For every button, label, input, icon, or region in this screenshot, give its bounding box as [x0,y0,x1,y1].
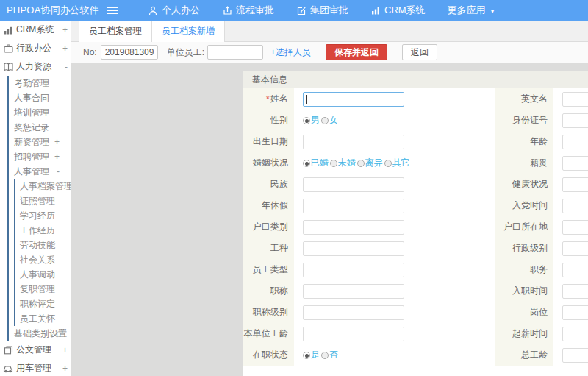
sidebar-item-22[interactable]: 用车管理+ [0,359,71,376]
tab-employee-archive-new[interactable]: 员工档案新增 [152,21,225,42]
radio-unchecked-icon[interactable] [357,160,365,167]
select-person-link[interactable]: +选择人员 [270,46,311,59]
岗位-input[interactable] [562,305,588,320]
radio-unchecked-icon[interactable] [330,160,337,167]
expand-icon[interactable]: + [54,137,60,147]
总工龄-input[interactable] [562,348,588,363]
sidebar-item-0[interactable]: CRM系统+ [0,21,71,39]
sidebar-item-10[interactable]: 人事档案管理 [0,179,71,194]
身份证号-input[interactable] [562,113,588,128]
sidebar-item-16[interactable]: 人事调动 [0,267,71,282]
field-label: 身份证号 [495,110,553,131]
英文名-input[interactable] [562,92,588,107]
expand-icon[interactable]: + [62,345,68,355]
field-label: 起薪时间 [495,323,553,344]
expand-icon[interactable]: + [54,328,60,338]
expand-icon[interactable]: + [62,25,68,35]
radio-option[interactable]: 否 [321,349,338,361]
no-input[interactable] [101,45,158,60]
sidebar-item-14[interactable]: 劳动技能 [0,238,71,252]
籍贯-input[interactable] [562,156,588,171]
户口类别-input[interactable] [303,220,404,235]
collapse-icon[interactable]: - [65,62,68,72]
姓名-input[interactable] [303,92,404,107]
年龄-input[interactable] [562,135,588,149]
nav-item-flow-approval[interactable]: 流程审批 [211,0,285,21]
field-label-text: 户口类别 [253,221,288,233]
民族-input[interactable] [303,177,404,192]
入党时间-input[interactable] [562,199,588,213]
collapse-icon[interactable]: - [57,166,60,177]
form-row: 年休假入党时间 [243,195,588,216]
入职时间-input[interactable] [562,284,588,299]
sidebar-item-17[interactable]: 复职管理 [0,282,71,297]
sidebar-item-9[interactable]: 人事管理- [0,164,71,179]
radio-option-label: 是 [311,349,320,361]
户口所在地-input[interactable] [562,220,588,235]
back-button[interactable]: 返回 [402,44,437,60]
员工类型-input[interactable] [303,263,404,277]
radio-unchecked-icon[interactable] [321,352,329,359]
健康状况-input[interactable] [562,177,588,192]
radio-unchecked-icon[interactable] [321,117,329,124]
sidebar-item-3[interactable]: 考勤管理 [0,76,71,91]
radio-option[interactable]: 已婚 [303,157,329,169]
sidebar-item-2[interactable]: 人力资源- [0,57,71,76]
form-row: 职称级别岗位 [243,302,588,323]
field-label: 职称 [243,280,294,302]
field-label: 健康状况 [495,174,553,195]
expand-icon[interactable]: + [62,43,68,54]
field-label-text: 员工类型 [253,263,288,276]
field-label-text: 健康状况 [512,178,548,191]
field-label: 在职状态 [243,344,294,366]
radio-option[interactable]: 女 [321,114,338,127]
sidebar-item-7[interactable]: 薪资管理+ [0,135,71,149]
年休假-input[interactable] [303,199,404,213]
sidebar-item-label: 人力资源 [16,60,51,73]
sidebar-item-19[interactable]: 员工关怀 [0,311,71,326]
form-panel: 基本信息 *姓名英文名性别男女身份证号出生日期年龄婚姻状况已婚未婚离异其它籍贯民… [243,71,588,376]
nav-item-more-apps[interactable]: 更多应用 ▾ [437,0,506,21]
radio-checked-icon[interactable] [303,117,310,124]
radio-option[interactable]: 离异 [357,157,383,169]
hamburger-icon[interactable] [107,10,118,11]
radio-option[interactable]: 男 [303,114,320,127]
sidebar-item-12[interactable]: 学习经历 [0,208,71,223]
radio-option[interactable]: 是 [303,349,320,361]
radio-checked-icon[interactable] [303,352,310,359]
nav-item-group-approval[interactable]: 集团审批 [285,0,359,21]
职称-input[interactable] [303,284,404,299]
sidebar-item-13[interactable]: 工作经历 [0,223,71,238]
本单位工龄-input[interactable] [303,327,404,341]
radio-option[interactable]: 未婚 [330,157,356,169]
nav-item-crm[interactable]: CRM系统 [359,0,437,21]
sidebar-item-20[interactable]: 基础类别设置+ [0,326,71,341]
sidebar-item-5[interactable]: 培训管理 [0,105,71,120]
sidebar-item-1[interactable]: 行政办公+ [0,39,71,57]
top-bar: PHPOA协同办公软件 个人办公 流程审批 集团审批 CRM系统 更多应用 ▾ [0,0,588,21]
起薪时间-input[interactable] [562,327,588,341]
save-and-return-button[interactable]: 保存并返回 [326,44,387,60]
expand-icon[interactable]: + [62,363,68,374]
sidebar-item-15[interactable]: 社会关系 [0,252,71,267]
sidebar-item-21[interactable]: 公文管理+ [0,341,71,359]
工种-input[interactable] [303,241,404,256]
radio-option[interactable]: 其它 [384,157,410,169]
unit-employee-input[interactable] [207,45,263,60]
sidebar-item-8[interactable]: 招聘管理+ [0,149,71,164]
tab-employee-archive-management[interactable]: 员工档案管理 [79,21,152,42]
sidebar-item-4[interactable]: 人事合同 [0,91,71,105]
行政级别-input[interactable] [562,241,588,256]
radio-unchecked-icon[interactable] [384,160,392,167]
职称级别-input[interactable] [303,305,404,320]
sidebar-item-6[interactable]: 奖惩记录 [0,120,71,135]
sidebar-item-11[interactable]: 证照管理 [0,194,71,208]
text-caret [306,95,307,104]
职务-input[interactable] [562,263,588,277]
出生日期-input[interactable] [303,135,404,149]
document-icon [3,346,13,355]
sidebar-item-18[interactable]: 职称评定 [0,297,71,311]
nav-item-personal-office[interactable]: 个人办公 [137,0,211,21]
radio-checked-icon[interactable] [303,160,310,167]
expand-icon[interactable]: + [54,152,60,162]
